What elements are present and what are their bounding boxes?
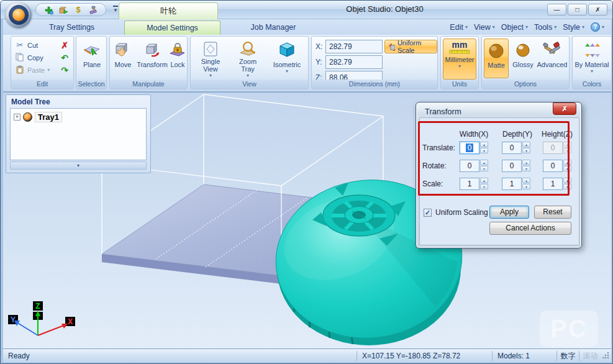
matte-button[interactable]: Matte	[484, 39, 509, 78]
move-label: Move	[115, 61, 132, 68]
advanced-tools-icon	[543, 40, 561, 61]
zoom-tray-button[interactable]: Zoom Tray ▾	[232, 39, 264, 78]
tree-expander-icon[interactable]: +	[14, 114, 20, 121]
help-icon: ?	[591, 22, 600, 32]
apply-button[interactable]: Apply	[489, 206, 529, 219]
window-title: Objet Studio: Objet30	[237, 4, 533, 14]
plane-selection-button[interactable]: Plane	[78, 39, 106, 78]
application-orb-button[interactable]	[6, 2, 32, 28]
ribbon-group-options: Matte Glossy Advanced Options	[481, 36, 570, 89]
chevron-down-icon: ▾	[525, 24, 528, 30]
menu-view-label: View	[474, 23, 491, 32]
viewport-area: Z X Y Model Tree + Tray1 ▾ Transform ✗	[3, 92, 611, 348]
paste-label: Paste	[27, 66, 45, 74]
cut-icon: ✂	[15, 40, 25, 50]
menu-edit[interactable]: Edit ▾	[448, 22, 470, 33]
chevron-down-icon: ▾	[582, 24, 584, 30]
transform-dialog-title: Transform	[425, 107, 461, 116]
uniform-scaling-checkbox[interactable]: ✓	[424, 209, 432, 217]
dimension-x-field[interactable]: 282.79	[325, 40, 383, 53]
status-bar: Ready X=107.15 Y=-180.85 Z=78.72 Models:…	[3, 348, 611, 362]
by-material-button[interactable]: By Material ▾	[574, 39, 609, 78]
cut-button[interactable]: ✂ Cut	[14, 39, 39, 51]
dimension-y-field[interactable]: 282.79	[325, 55, 383, 69]
copy-icon	[15, 53, 25, 63]
delete-icon: ✗	[61, 40, 68, 50]
axis-z-label: Z	[35, 302, 40, 311]
resize-grip[interactable]	[601, 351, 611, 361]
menu-style[interactable]: Style ▾	[561, 22, 586, 33]
glossy-sphere-icon	[515, 40, 531, 61]
minimize-button[interactable]: —	[547, 4, 566, 16]
menu-style-label: Style	[563, 23, 580, 32]
advanced-button[interactable]: Advanced	[536, 39, 568, 78]
uniform-scale-icon	[388, 43, 395, 51]
chevron-down-icon: ▾	[554, 24, 556, 30]
maximize-button[interactable]: □	[568, 4, 587, 16]
plane-icon	[83, 40, 101, 61]
transform-dialog: Transform ✗ Width(X) Depth(Y) Height(Z) …	[415, 102, 582, 248]
tray-node-label[interactable]: Tray1	[35, 112, 62, 122]
ribbon-group-edit: ✂ Cut Copy Paste ▾ ✗ ↶	[11, 36, 74, 89]
colors-group-label: Colors	[573, 80, 611, 89]
chevron-down-icon: ▾	[591, 68, 593, 74]
lock-button[interactable]: Lock	[168, 39, 187, 78]
status-models-count: Models: 1	[492, 351, 556, 361]
single-view-button[interactable]: Single View ▾	[194, 39, 227, 78]
units-button[interactable]: mm Millimeter ▾	[443, 39, 476, 80]
zoom-tray-icon	[238, 40, 257, 58]
view-group-label: View	[191, 80, 308, 89]
matte-sphere-icon	[488, 40, 504, 61]
dialog-close-button[interactable]: ✗	[553, 102, 576, 115]
delete-model-button[interactable]: ✗	[58, 39, 71, 51]
menu-help[interactable]: ? ▾	[589, 21, 606, 33]
tab-model-settings[interactable]: Model Settings	[124, 20, 220, 35]
ribbon-tab-row: Tray Settings Model Settings Job Manager…	[3, 19, 611, 35]
ribbon-group-dimensions: X: 282.79 Y: 282.79 Z: 88.06 Uniform Sca…	[311, 36, 438, 89]
document-tab[interactable]: 叶轮	[119, 2, 218, 19]
paste-button[interactable]: Paste ▾	[14, 64, 51, 76]
unit-name: Millimeter	[445, 56, 474, 63]
ribbon-group-colors: By Material ▾ Colors	[572, 36, 612, 89]
uniform-scale-toggle[interactable]: Uniform Scale	[384, 40, 437, 53]
ribbon-group-units: mm Millimeter ▾ Units	[440, 36, 479, 89]
chevron-down-icon: ▾	[286, 68, 288, 74]
model-tree-collapse-bar[interactable]: ▾	[10, 162, 147, 170]
transform-icon	[143, 40, 161, 61]
copy-label: Copy	[27, 54, 43, 61]
uniform-scale-label: Uniform Scale	[397, 39, 434, 54]
move-button[interactable]: Move	[111, 39, 135, 78]
isometric-label: Isometric	[273, 61, 301, 68]
chevron-down-icon: ▾	[247, 73, 249, 78]
glossy-button[interactable]: Glossy	[510, 39, 536, 78]
tab-job-manager[interactable]: Job Manager	[220, 20, 326, 35]
open-tray-icon[interactable]	[58, 4, 69, 15]
undo-button[interactable]: ↶	[58, 52, 71, 63]
chevron-down-icon: ▾	[209, 73, 212, 78]
menu-object[interactable]: Object ▾	[499, 22, 530, 33]
redo-button[interactable]: ↷	[58, 64, 71, 76]
menu-tools[interactable]: Tools ▾	[532, 22, 558, 33]
options-group-label: Options	[482, 80, 569, 89]
transform-button[interactable]: Transform	[136, 39, 168, 78]
tab-tray-settings[interactable]: Tray Settings	[19, 20, 124, 35]
dim-y-label: Y:	[316, 58, 322, 66]
ribbon-group-view: Single View ▾ Zoom Tray ▾ Isometric ▾ Vi…	[190, 36, 309, 89]
insert-model-icon[interactable]	[43, 4, 54, 15]
menu-bar: Edit ▾ View ▾ Object ▾ Tools ▾ Style ▾ ?…	[448, 21, 606, 33]
lock-icon	[169, 40, 186, 61]
copy-button[interactable]: Copy	[14, 52, 45, 63]
reset-button[interactable]: Reset	[534, 206, 571, 219]
paste-icon	[15, 65, 25, 75]
scroll-lock-indicator: 滚动	[579, 351, 601, 361]
isometric-cube-icon	[278, 40, 296, 61]
cost-estimate-icon[interactable]: $	[73, 4, 84, 15]
menu-object-label: Object	[501, 23, 524, 32]
isometric-button[interactable]: Isometric ▾	[269, 39, 305, 78]
chevron-down-icon: ▾	[602, 24, 604, 30]
cancel-actions-button[interactable]: Cancel Actions	[489, 222, 571, 235]
close-button[interactable]: ✗	[588, 4, 607, 16]
build-tools-icon[interactable]	[88, 4, 99, 15]
menu-view[interactable]: View ▾	[472, 22, 497, 33]
tree-item-tray1[interactable]: + Tray1	[14, 112, 62, 122]
